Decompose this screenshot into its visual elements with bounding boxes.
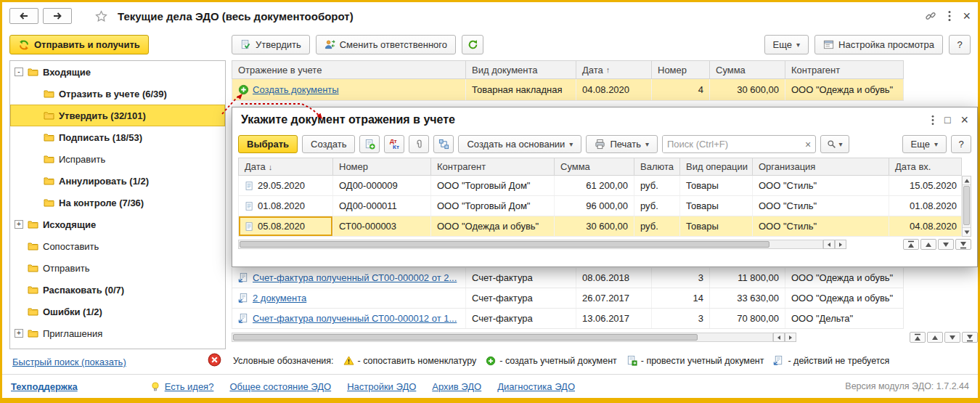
send-receive-button[interactable]: Отправить и получить — [9, 35, 149, 54]
change-responsible-button[interactable]: Сменить ответственного — [316, 35, 456, 54]
dialog-table-row-selected[interactable]: 05.08.2020 СТ00-000003 ООО "Одежда и обу… — [238, 216, 962, 237]
support-link[interactable]: Техподдержка — [11, 381, 78, 392]
sidebar-item-errors[interactable]: Ошибки (1/2) — [10, 301, 225, 322]
column-header-sum[interactable]: Сумма — [710, 61, 785, 78]
create-document-button[interactable] — [359, 135, 380, 153]
dtkt-postings-button[interactable]: ДтКт — [384, 135, 404, 153]
edo-diagnostics-link[interactable]: Диагностика ЭДО — [497, 381, 575, 392]
dialog-more-button[interactable]: Еще ▾ — [902, 135, 947, 153]
favorite-star-icon[interactable] — [95, 10, 107, 23]
go-last-button[interactable] — [962, 332, 978, 343]
cell-doctype: Товарная накладная — [466, 79, 576, 100]
column-header-operation[interactable]: Вид операции — [680, 158, 753, 175]
column-header-currency[interactable]: Валюта — [634, 158, 680, 175]
expand-icon[interactable]: + — [15, 220, 23, 229]
maximize-icon[interactable]: □ — [944, 114, 950, 126]
table-row[interactable]: 2 документа Счет-фактура 26.07.2017 14 3… — [232, 288, 904, 309]
column-header-reflection[interactable]: Отражение в учете — [232, 61, 466, 78]
sidebar-item-annul[interactable]: Аннулировать (1/2) — [10, 170, 225, 192]
go-next-button[interactable] — [938, 239, 954, 250]
sidebar-item-on-control[interactable]: На контроле (7/36) — [10, 192, 225, 213]
go-previous-button[interactable] — [927, 332, 943, 343]
sidebar-item-send[interactable]: Отправить — [10, 257, 225, 279]
dialog-table-row[interactable]: 01.08.2020 ОД00-000011 ООО "Торговый Дом… — [238, 196, 962, 216]
scroll-left-button[interactable] — [773, 333, 785, 342]
scrollbar-thumb[interactable] — [240, 241, 769, 248]
column-header-date[interactable]: Дата↑ — [576, 61, 652, 78]
column-header-contragent[interactable]: Контрагент — [431, 158, 555, 175]
related-documents-button[interactable] — [433, 135, 454, 153]
sidebar-item-unpack[interactable]: Распаковать (0/7) — [10, 279, 225, 301]
kebab-menu-icon[interactable] — [931, 115, 934, 126]
column-header-number[interactable]: Номер — [652, 61, 710, 78]
refresh-button[interactable] — [462, 35, 483, 54]
dialog-vertical-scrollbar[interactable] — [962, 176, 971, 237]
go-next-button[interactable] — [944, 332, 960, 343]
scroll-down-button[interactable] — [963, 227, 971, 236]
print-button[interactable]: Печать ▾ — [586, 135, 658, 153]
quick-search-link[interactable]: Быстрый поиск (показать) — [12, 357, 126, 367]
kebab-menu-icon[interactable] — [948, 10, 951, 22]
table-row[interactable]: Счет-фактура полученный СТ00-000002 от 2… — [232, 268, 904, 288]
more-button[interactable]: Еще ▾ — [764, 35, 809, 54]
sidebar-item-approve[interactable]: Утвердить (32/101) — [10, 105, 225, 126]
idea-link[interactable]: Есть идея? — [165, 381, 214, 392]
close-dialog-button[interactable]: × — [960, 113, 968, 126]
go-first-button[interactable] — [910, 332, 926, 343]
go-first-button[interactable] — [903, 239, 919, 250]
column-header-sum[interactable]: Сумма — [555, 158, 634, 175]
sidebar-item-fix[interactable]: Исправить — [10, 148, 225, 170]
help-button[interactable]: ? — [949, 35, 971, 54]
sidebar-item-incoming[interactable]: - Входящие — [10, 61, 225, 83]
create-button[interactable]: Создать — [302, 135, 355, 153]
clear-search-icon[interactable]: × — [801, 139, 815, 150]
table-row-create-documents[interactable]: Создать документы Товарная накладная 04.… — [232, 79, 904, 101]
dialog-table-row[interactable]: 29.05.2020 ОД00-000009 ООО "Торговый Дом… — [238, 176, 962, 196]
expand-icon[interactable]: + — [15, 329, 23, 338]
scrollbar-track[interactable] — [232, 333, 773, 342]
search-options-button[interactable]: ▾ — [820, 135, 849, 153]
column-header-doctype[interactable]: Вид документа — [466, 61, 576, 78]
scrollbar-thumb[interactable] — [233, 334, 698, 341]
edo-settings-link[interactable]: Настройки ЭДО — [347, 381, 416, 392]
cell-sum: 61 200,00 — [555, 176, 634, 195]
edo-state-link[interactable]: Общее состояние ЭДО — [229, 381, 331, 392]
document-link[interactable]: Счет-фактура полученный СТ00-000012 от 1… — [253, 313, 457, 324]
attachments-button[interactable] — [409, 135, 429, 153]
go-previous-button[interactable] — [920, 239, 936, 250]
column-header-contragent[interactable]: Контрагент — [785, 61, 905, 78]
table-row[interactable]: Счет-фактура полученный СТ00-000012 от 1… — [232, 309, 904, 329]
column-header-date[interactable]: Дата↓ — [239, 158, 333, 175]
go-last-button[interactable] — [955, 239, 971, 250]
document-link[interactable]: Счет-фактура полученный СТ00-000002 от 2… — [253, 272, 457, 283]
collapse-icon[interactable]: - — [15, 68, 23, 76]
sidebar-item-reflect[interactable]: Отразить в учете (6/39) — [10, 83, 225, 105]
scroll-up-button[interactable] — [963, 176, 971, 185]
create-based-on-button[interactable]: Создать на основании ▾ — [458, 135, 581, 153]
scrollbar-track[interactable] — [238, 240, 823, 249]
sidebar-item-match[interactable]: Сопоставить — [10, 235, 225, 257]
scroll-right-button[interactable] — [835, 240, 846, 249]
column-header-organization[interactable]: Организация — [753, 158, 889, 175]
sidebar-item-sign[interactable]: Подписать (18/53) — [10, 126, 225, 148]
create-documents-link[interactable]: Создать документы — [253, 84, 339, 95]
document-link[interactable]: 2 документа — [253, 293, 306, 304]
select-button[interactable]: Выбрать — [238, 135, 298, 153]
sidebar-item-invitations[interactable]: + Приглашения — [10, 322, 225, 344]
close-window-button[interactable]: × — [963, 9, 971, 23]
search-input[interactable] — [663, 136, 801, 152]
dialog-help-button[interactable]: ? — [951, 135, 971, 153]
view-settings-button[interactable]: Настройка просмотра — [814, 35, 943, 54]
scrollbar-thumb[interactable] — [963, 186, 970, 225]
approve-button[interactable]: Утвердить — [232, 35, 310, 54]
back-button[interactable] — [9, 8, 38, 24]
close-search-button[interactable] — [208, 353, 221, 367]
get-link-icon[interactable] — [925, 10, 936, 22]
column-header-date-in[interactable]: Дата вх. — [889, 158, 963, 175]
scroll-left-button[interactable] — [823, 240, 835, 249]
column-header-number[interactable]: Номер — [333, 158, 431, 175]
edo-archive-link[interactable]: Архив ЭДО — [432, 381, 481, 392]
scroll-right-button[interactable] — [785, 333, 796, 342]
forward-button[interactable] — [43, 8, 72, 24]
sidebar-item-outgoing[interactable]: + Исходящие — [10, 213, 225, 235]
